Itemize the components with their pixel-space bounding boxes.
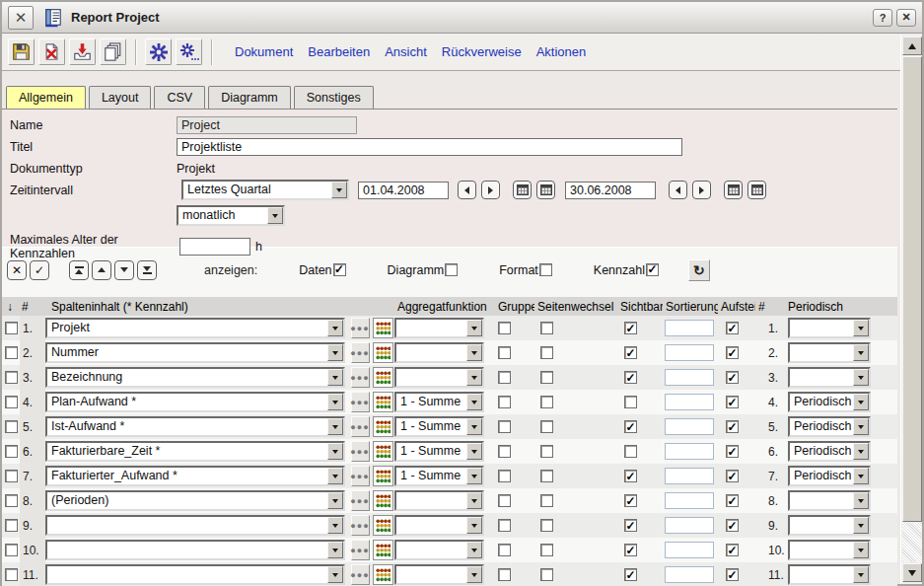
move-up-button[interactable] — [92, 260, 111, 280]
aggregatfunktion-select[interactable]: 1 - Summe — [394, 392, 484, 412]
chevron-down-icon[interactable] — [853, 418, 869, 435]
sortierung-input[interactable] — [665, 394, 714, 410]
options-button[interactable]: ●●● — [351, 466, 370, 486]
gruppe-checkbox[interactable] — [498, 494, 511, 507]
sichtbar-checkbox[interactable]: ✓ — [624, 544, 637, 556]
date-from-calendar-button[interactable] — [513, 181, 532, 199]
chevron-down-icon[interactable] — [466, 542, 482, 558]
sichtbar-checkbox[interactable]: ✓ — [624, 346, 637, 359]
periodisch-select[interactable] — [788, 540, 871, 560]
chevron-down-icon[interactable] — [331, 182, 347, 198]
aggregatfunktion-select[interactable]: 1 - Summe — [394, 441, 484, 462]
deselect-all-button[interactable]: ✕ — [7, 260, 27, 280]
sichtbar-checkbox[interactable]: ✓ — [624, 519, 637, 532]
row-select-checkbox[interactable] — [5, 346, 18, 359]
gruppe-checkbox[interactable] — [498, 544, 511, 556]
row-select-checkbox[interactable] — [5, 470, 18, 482]
chevron-down-icon[interactable] — [327, 468, 343, 484]
chevron-down-icon[interactable] — [466, 320, 482, 336]
seitenwechsel-checkbox[interactable] — [540, 470, 553, 482]
zeitintervall-select[interactable]: Letztes Quartal — [181, 180, 349, 200]
row-select-checkbox[interactable] — [5, 568, 18, 581]
menu-rueckverweise[interactable]: Rückverweise — [442, 44, 522, 59]
sortierung-input[interactable] — [665, 443, 714, 460]
help-button[interactable]: ? — [873, 9, 892, 27]
periodisch-select[interactable] — [788, 367, 871, 388]
spalteninhalt-select[interactable]: Nummer — [45, 342, 345, 363]
menu-bearbeiten[interactable]: Bearbeiten — [308, 44, 370, 59]
spalteninhalt-select[interactable]: Fakturierbare_Zeit * — [45, 441, 345, 462]
periodisch-select[interactable] — [788, 318, 871, 338]
chevron-down-icon[interactable] — [327, 418, 343, 435]
sichtbar-checkbox[interactable] — [624, 445, 637, 458]
vertical-scrollbar[interactable] — [900, 35, 922, 584]
periodisch-select[interactable]: Periodisch — [788, 441, 871, 462]
sort-down-icon[interactable]: ↓ — [2, 300, 20, 314]
format-grid-button[interactable] — [373, 466, 393, 486]
spalteninhalt-select[interactable]: Fakturierter_Aufwand * — [45, 466, 345, 486]
sortierung-input[interactable] — [665, 542, 714, 558]
tab-sonstiges[interactable]: Sonstiges — [294, 86, 374, 109]
chevron-down-icon[interactable] — [466, 492, 482, 509]
row-select-checkbox[interactable] — [5, 445, 18, 458]
row-select-checkbox[interactable] — [5, 322, 18, 334]
seitenwechsel-checkbox[interactable] — [540, 519, 553, 532]
chevron-down-icon[interactable] — [327, 394, 343, 410]
spalteninhalt-select[interactable]: Plan-Aufwand * — [45, 392, 345, 412]
move-bottom-button[interactable] — [137, 260, 157, 280]
options-button[interactable]: ●●● — [351, 392, 370, 412]
chevron-down-icon[interactable] — [853, 542, 869, 558]
options-button[interactable]: ●●● — [351, 318, 370, 338]
tab-csv[interactable]: CSV — [154, 86, 205, 109]
date-to-prev-button[interactable] — [669, 181, 687, 199]
aufsteigend-checkbox[interactable]: ✓ — [726, 494, 739, 507]
format-grid-button[interactable] — [373, 342, 393, 363]
chevron-down-icon[interactable] — [466, 344, 482, 361]
sortierung-input[interactable] — [665, 566, 714, 583]
date-from-calendar2-button[interactable] — [536, 181, 555, 199]
spalteninhalt-select[interactable]: Bezeichnung — [45, 367, 345, 388]
sichtbar-checkbox[interactable]: ✓ — [624, 568, 637, 581]
sortierung-input[interactable] — [665, 492, 714, 509]
max-alter-input[interactable] — [179, 238, 250, 256]
chevron-down-icon[interactable] — [327, 542, 343, 558]
seitenwechsel-checkbox[interactable] — [540, 371, 553, 384]
periodisch-select[interactable]: Periodisch — [788, 392, 871, 412]
date-to-next-button[interactable] — [692, 181, 711, 199]
aufsteigend-checkbox[interactable]: ✓ — [726, 322, 739, 334]
gruppe-checkbox[interactable] — [498, 371, 511, 384]
close-button[interactable]: ✕ — [896, 9, 916, 27]
aufsteigend-checkbox[interactable]: ✓ — [726, 470, 739, 482]
chevron-down-icon[interactable] — [853, 517, 869, 534]
periodisch-select[interactable] — [788, 490, 871, 511]
chevron-down-icon[interactable] — [853, 344, 869, 361]
spalteninhalt-select[interactable]: (Perioden) — [45, 490, 345, 511]
seitenwechsel-checkbox[interactable] — [540, 322, 553, 334]
spalteninhalt-select[interactable]: Projekt — [45, 318, 345, 338]
aufsteigend-checkbox[interactable]: ✓ — [726, 371, 739, 384]
row-select-checkbox[interactable] — [5, 420, 18, 433]
format-grid-button[interactable] — [373, 540, 393, 560]
spalteninhalt-select[interactable]: Ist-Aufwand * — [45, 416, 345, 437]
aggregatfunktion-select[interactable] — [394, 564, 484, 585]
options-button[interactable]: ●●● — [351, 342, 370, 363]
chevron-down-icon[interactable] — [853, 394, 869, 410]
period-select[interactable]: monatlich — [177, 205, 285, 226]
sortierung-input[interactable] — [665, 369, 714, 386]
scrollbar-track[interactable] — [902, 523, 922, 562]
tab-allgemein[interactable]: Allgemein — [6, 86, 86, 109]
chevron-down-icon[interactable] — [327, 320, 343, 336]
seitenwechsel-checkbox[interactable] — [540, 420, 553, 433]
format-grid-button[interactable] — [373, 367, 393, 388]
row-select-checkbox[interactable] — [5, 494, 18, 507]
periodisch-select[interactable] — [788, 342, 871, 363]
chevron-down-icon[interactable] — [853, 443, 869, 460]
date-from-prev-button[interactable] — [458, 181, 476, 199]
chevron-down-icon[interactable] — [327, 344, 343, 361]
date-from-input[interactable] — [358, 182, 449, 199]
options-button[interactable]: ●●● — [351, 416, 370, 437]
sortierung-input[interactable] — [665, 517, 714, 534]
scrollbar-thumb[interactable] — [902, 56, 922, 522]
aggregatfunktion-select[interactable] — [394, 515, 484, 536]
aufsteigend-checkbox[interactable]: ✓ — [726, 420, 739, 433]
